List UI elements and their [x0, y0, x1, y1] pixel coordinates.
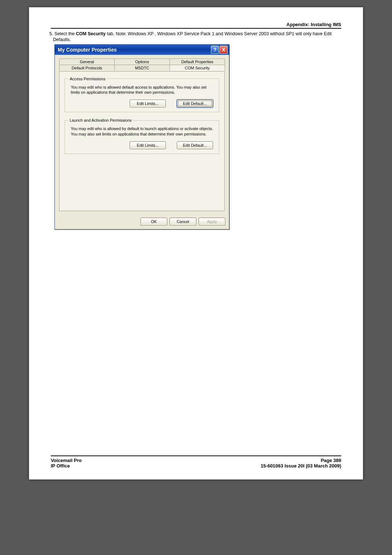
access-permissions-group: Access Permissions You may edit who is a…	[65, 77, 219, 113]
step-number: 5.	[49, 31, 53, 36]
properties-dialog: My Computer Properties ? X General Optio…	[54, 44, 229, 230]
footer-page: Page 389	[321, 458, 341, 463]
access-permissions-text: You may edit who is allowed default acce…	[71, 85, 215, 96]
screenshot-container: My Computer Properties ? X General Optio…	[54, 44, 341, 230]
instruction-step-5: 5. Select the COM Security tab. Note: Wi…	[51, 31, 341, 43]
access-edit-default-button[interactable]: Edit Default...	[177, 100, 213, 108]
access-permissions-legend: Access Permissions	[69, 77, 106, 81]
cancel-button[interactable]: Cancel	[170, 218, 196, 226]
footer-subproduct: IP Office	[51, 463, 70, 469]
tab-default-properties[interactable]: Default Properties	[170, 58, 225, 65]
step-text-bold: COM Security	[76, 31, 106, 36]
step-text-prefix: Select the	[54, 31, 76, 36]
close-icon[interactable]: X	[220, 46, 228, 54]
tab-strip: General Options Default Properties Defau…	[59, 58, 225, 71]
tab-default-protocols[interactable]: Default Protocols	[59, 65, 115, 71]
page-header: Appendix: Installing IMS	[51, 22, 341, 29]
footer-product: Voicemail Pro	[51, 458, 82, 463]
appendix-title: Appendix: Installing IMS	[286, 22, 341, 27]
com-security-panel: Access Permissions You may edit who is a…	[59, 71, 225, 211]
document-page: Appendix: Installing IMS 5. Select the C…	[29, 7, 363, 479]
tab-msdtc[interactable]: MSDTC	[114, 65, 170, 71]
dialog-title: My Computer Properties	[58, 47, 210, 53]
tab-com-security[interactable]: COM Security	[170, 65, 225, 71]
tab-options[interactable]: Options	[114, 58, 170, 65]
help-icon[interactable]: ?	[211, 46, 219, 54]
dialog-titlebar[interactable]: My Computer Properties ? X	[55, 45, 229, 55]
launch-permissions-text: You may edit who is allowed by default t…	[71, 126, 215, 137]
apply-button[interactable]: Apply	[199, 218, 225, 226]
page-footer: Voicemail Pro Page 389 IP Office 15-6010…	[51, 455, 341, 469]
access-edit-limits-button[interactable]: Edit Limits...	[130, 100, 166, 108]
ok-button[interactable]: OK	[140, 218, 167, 226]
launch-permissions-group: Launch and Activation Permissions You ma…	[65, 118, 219, 154]
launch-edit-default-button[interactable]: Edit Default...	[177, 141, 213, 149]
launch-edit-limits-button[interactable]: Edit Limits...	[130, 141, 166, 149]
tab-general[interactable]: General	[59, 58, 115, 65]
footer-docid: 15-601063 Issue 20l (03 March 2009)	[261, 463, 341, 469]
dialog-button-row: OK Cancel Apply	[55, 215, 229, 229]
launch-permissions-legend: Launch and Activation Permissions	[69, 118, 133, 122]
dialog-body: General Options Default Properties Defau…	[55, 55, 229, 215]
